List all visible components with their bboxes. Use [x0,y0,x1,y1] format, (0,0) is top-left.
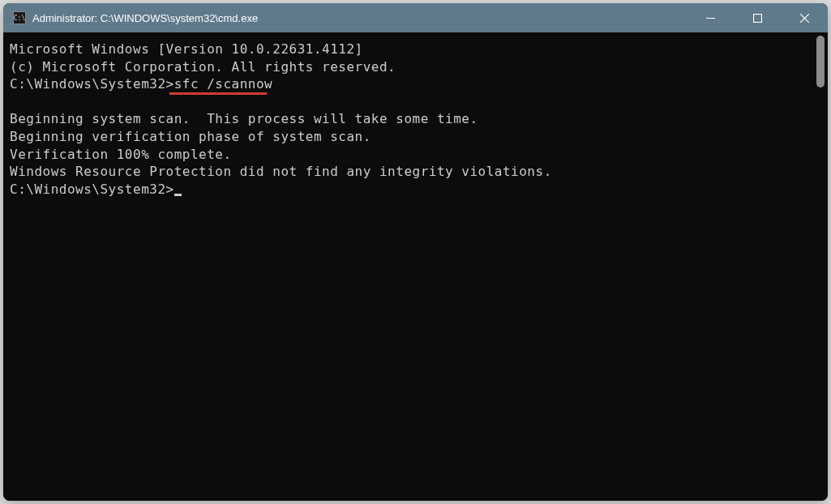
output-line: Verification 100% complete. [10,146,808,164]
cmd-window: C:\ Administrator: C:\WINDOWS\system32\c… [3,3,828,501]
output-line: Microsoft Windows [Version 10.0.22631.41… [10,41,808,58]
prompt-text: C:\Windows\System32> [10,76,174,92]
prompt-text: C:\Windows\System32> [10,182,174,197]
output-line: (c) Microsoft Corporation. All rights re… [10,58,808,76]
maximize-button[interactable] [734,3,781,32]
terminal-wrapper: Microsoft Windows [Version 10.0.22631.41… [3,32,828,501]
prompt-line: C:\Windows\System32>sfc /scannow [10,75,808,93]
minimize-icon [706,14,715,23]
output-line: Beginning verification phase of system s… [10,128,808,146]
close-icon [800,14,809,23]
cursor [174,194,182,196]
prompt-line: C:\Windows\System32> [10,181,808,199]
output-line: Windows Resource Protection did not find… [10,163,808,181]
output-line: Beginning system scan. This process will… [10,110,808,128]
maximize-icon [753,14,762,23]
command-text: sfc /scannow [174,76,273,92]
scrollbar-thumb[interactable] [816,36,825,88]
vertical-scrollbar[interactable] [815,36,826,498]
terminal-output[interactable]: Microsoft Windows [Version 10.0.22631.41… [3,32,815,501]
cmd-icon: C:\ [13,11,26,24]
red-underline-annotation [169,92,267,95]
cmd-icon-label: C:\ [14,15,25,22]
minimize-button[interactable] [687,3,734,32]
svg-rect-1 [753,14,761,22]
window-controls [687,3,828,32]
close-button[interactable] [781,3,828,32]
titlebar[interactable]: C:\ Administrator: C:\WINDOWS\system32\c… [3,3,828,32]
window-title: Administrator: C:\WINDOWS\system32\cmd.e… [32,12,687,24]
